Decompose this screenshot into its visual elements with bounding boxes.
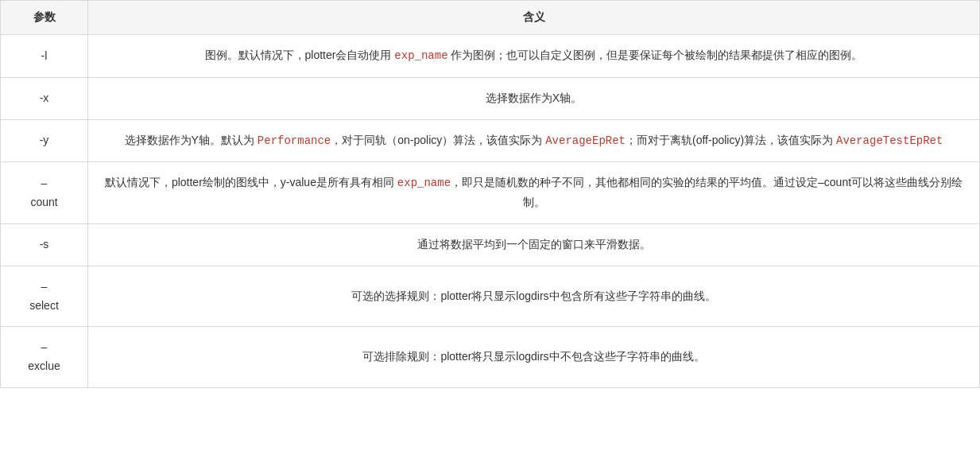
param-cell: – select	[1, 266, 88, 327]
param-cell: -x	[1, 77, 88, 119]
table-row: -y选择数据作为Y轴。默认为 Performance，对于同轨（on-polic…	[1, 119, 980, 162]
main-table-wrapper: 参数 含义 -l图例。默认情况下，plotter会自动使用 exp_name 作…	[0, 0, 980, 474]
param-cell: -s	[1, 223, 88, 266]
param-cell: -y	[1, 119, 88, 162]
highlight-red-text: AverageTestEpRet	[836, 134, 943, 147]
meaning-cell: 可选排除规则：plotter将只显示logdirs中不包含这些子字符串的曲线。	[88, 327, 980, 388]
header-meaning: 含义	[88, 1, 980, 35]
highlight-red-text: exp_name	[397, 177, 451, 189]
meaning-cell: 通过将数据平均到一个固定的窗口来平滑数据。	[88, 223, 980, 266]
meaning-cell: 默认情况下，plotter绘制的图线中，y-value是所有具有相同 exp_n…	[88, 162, 980, 224]
meaning-cell: 选择数据作为Y轴。默认为 Performance，对于同轨（on-policy）…	[88, 119, 980, 162]
header-param: 参数	[1, 1, 88, 35]
table-row: – exclue可选排除规则：plotter将只显示logdirs中不包含这些子…	[1, 327, 980, 388]
param-cell: – count	[1, 162, 88, 224]
highlight-red-text: exp_name	[394, 49, 447, 62]
meaning-cell: 选择数据作为X轴。	[88, 77, 980, 119]
highlight-red-text: Performance	[258, 134, 331, 147]
table-row: -x选择数据作为X轴。	[1, 77, 980, 119]
table-header-row: 参数 含义	[1, 1, 980, 35]
table-row: -l图例。默认情况下，plotter会自动使用 exp_name 作为图例；也可…	[1, 35, 980, 78]
table-row: -s通过将数据平均到一个固定的窗口来平滑数据。	[1, 223, 980, 266]
table-row: – select可选的选择规则：plotter将只显示logdirs中包含所有这…	[1, 266, 980, 327]
params-table: 参数 含义 -l图例。默认情况下，plotter会自动使用 exp_name 作…	[0, 0, 980, 388]
highlight-red-text: AverageEpRet	[545, 134, 626, 147]
param-cell: – exclue	[1, 327, 88, 388]
param-cell: -l	[1, 35, 88, 78]
meaning-cell: 可选的选择规则：plotter将只显示logdirs中包含所有这些子字符串的曲线…	[88, 266, 980, 327]
meaning-cell: 图例。默认情况下，plotter会自动使用 exp_name 作为图例；也可以自…	[88, 35, 980, 78]
table-row: – count默认情况下，plotter绘制的图线中，y-value是所有具有相…	[1, 162, 980, 224]
